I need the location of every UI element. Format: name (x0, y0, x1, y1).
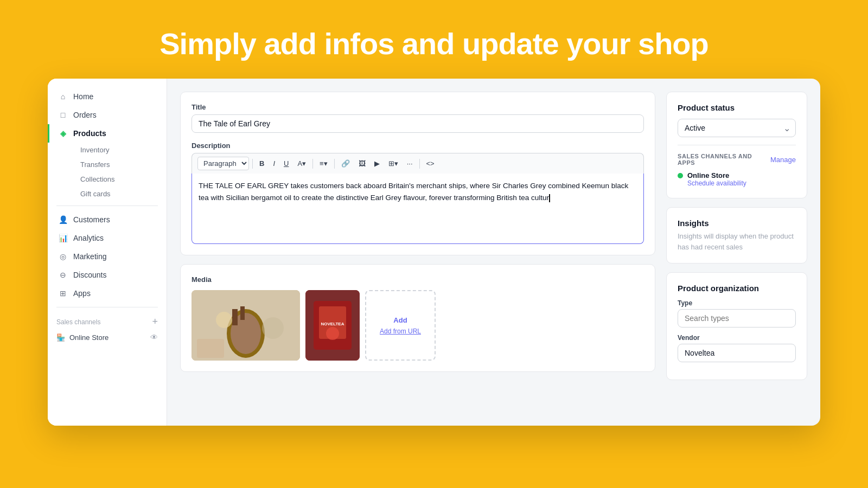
analytics-icon: 📊 (58, 233, 68, 243)
sidebar-item-collections[interactable]: Collections (72, 172, 167, 187)
media-image-main[interactable] (192, 290, 300, 361)
left-column: Title Description Paragraph Heading 1 He… (180, 92, 655, 413)
sidebar-products-label: Products (73, 129, 106, 138)
svg-rect-4 (240, 306, 245, 320)
code-button[interactable]: <> (423, 157, 438, 170)
title-label: Title (192, 103, 644, 111)
status-select-wrapper: Active Draft Archived (678, 119, 796, 137)
sidebar-item-customers[interactable]: 👤 Customers (48, 210, 167, 229)
align-button[interactable]: ≡▾ (316, 157, 331, 170)
sidebar: ⌂ Home □ Orders ◈ Products Inventory Tra… (48, 79, 167, 426)
svg-rect-7 (197, 339, 224, 358)
hero-section: Simply add infos and update your shop (0, 0, 868, 79)
schedule-availability-link[interactable]: Schedule availability (687, 179, 746, 187)
media-add-area[interactable]: Add Add from URL (365, 290, 436, 361)
sidebar-discounts-label: Discounts (73, 271, 106, 279)
media-label: Media (192, 275, 644, 284)
italic-button[interactable]: I (270, 157, 278, 170)
sidebar-item-transfers[interactable]: Transfers (72, 157, 167, 172)
media-image-thumb[interactable]: NOVELTEA (305, 290, 360, 361)
marketing-icon: ◎ (58, 252, 68, 261)
product-status-title: Product status (678, 103, 796, 112)
vendor-input[interactable] (678, 344, 796, 362)
manage-button[interactable]: Manage (770, 156, 796, 164)
svg-point-6 (262, 317, 284, 339)
app-window: ⌂ Home □ Orders ◈ Products Inventory Tra… (48, 79, 820, 426)
sidebar-nav-section: ⌂ Home □ Orders ◈ Products Inventory Tra… (48, 87, 167, 303)
sidebar-item-products[interactable]: ◈ Products (48, 124, 167, 143)
table-button[interactable]: ⊞▾ (385, 157, 401, 170)
insights-card: Insights Insights will display when the … (666, 207, 807, 264)
customers-icon: 👤 (58, 215, 68, 224)
sidebar-products-sub: Inventory Transfers Collections Gift car… (48, 143, 167, 201)
insights-description: Insights will display when the product h… (678, 231, 796, 252)
link-button[interactable]: 🔗 (338, 157, 353, 170)
sidebar-customers-label: Customers (73, 215, 110, 224)
product-status-card: Product status Active Draft Archived SAL… (666, 92, 807, 198)
product-title-input[interactable] (192, 114, 644, 133)
video-button[interactable]: ▶ (371, 157, 383, 170)
apps-icon: ⊞ (58, 288, 68, 298)
discounts-icon: ⊖ (58, 270, 68, 280)
underline-button[interactable]: U (280, 157, 292, 170)
sidebar-analytics-label: Analytics (73, 234, 104, 242)
product-org-card: Product organization Type Vendor (666, 272, 807, 380)
add-media-button[interactable]: Add (393, 316, 407, 324)
description-text: THE TALE OF EARL GREY takes customers ba… (199, 182, 628, 202)
sidebar-apps-label: Apps (73, 289, 91, 298)
sidebar-item-marketing[interactable]: ◎ Marketing (48, 247, 167, 266)
description-editor[interactable]: THE TALE OF EARL GREY takes customers ba… (192, 174, 644, 244)
type-label: Type (678, 299, 796, 307)
sidebar-item-discounts[interactable]: ⊖ Discounts (48, 266, 167, 284)
text-color-button[interactable]: A▾ (294, 157, 309, 170)
vendor-label: Vendor (678, 334, 796, 342)
sidebar-item-inventory[interactable]: Inventory (72, 143, 167, 157)
eye-icon: 👁 (150, 333, 158, 342)
sidebar-marketing-label: Marketing (73, 252, 106, 261)
sidebar-sales-channels-section: Sales channels + (48, 312, 167, 330)
sidebar-home-label: Home (73, 92, 93, 101)
status-select[interactable]: Active Draft Archived (678, 119, 796, 137)
svg-text:NOVELTEA: NOVELTEA (321, 322, 344, 326)
editor-toolbar: Paragraph Heading 1 Heading 2 B I U A▾ ≡… (192, 153, 644, 174)
products-icon: ◈ (58, 129, 68, 138)
sidebar-item-online-store[interactable]: 🏪 Online Store 👁 (48, 330, 167, 345)
sidebar-divider-2 (56, 307, 158, 307)
sidebar-item-orders[interactable]: □ Orders (48, 106, 167, 124)
bold-button[interactable]: B (256, 157, 267, 170)
paragraph-select[interactable]: Paragraph Heading 1 Heading 2 (197, 157, 249, 170)
sidebar-divider-1 (56, 206, 158, 206)
image-button[interactable]: 🖼 (355, 157, 369, 170)
sidebar-item-gift-cards[interactable]: Gift cards (72, 187, 167, 201)
active-dot (678, 173, 683, 178)
status-divider (678, 145, 796, 145)
vendor-field-group: Vendor (678, 334, 796, 362)
product-org-title: Product organization (678, 284, 796, 293)
text-cursor (549, 194, 550, 202)
svg-point-5 (216, 312, 232, 328)
hero-title: Simply add infos and update your shop (0, 26, 868, 61)
sidebar-item-home[interactable]: ⌂ Home (48, 87, 167, 106)
media-main-svg (192, 290, 300, 361)
sidebar-item-apps[interactable]: ⊞ Apps (48, 284, 167, 303)
add-from-url-button[interactable]: Add from URL (380, 328, 421, 335)
main-content: Title Description Paragraph Heading 1 He… (167, 79, 820, 426)
right-column: Product status Active Draft Archived SAL… (666, 92, 807, 413)
add-sales-channel-button[interactable]: + (152, 316, 158, 328)
description-label: Description (192, 142, 644, 150)
type-input[interactable] (678, 309, 796, 328)
type-field-group: Type (678, 299, 796, 328)
sales-channels-header: SALES CHANNELS AND APPS Manage (678, 153, 796, 166)
insights-title: Insights (678, 219, 796, 228)
online-store-channel: Online Store Schedule availability (678, 171, 796, 187)
media-grid: NOVELTEA Add Add from URL (192, 290, 644, 361)
media-card: Media (180, 264, 655, 372)
svg-rect-3 (232, 309, 238, 325)
more-button[interactable]: ··· (404, 157, 416, 170)
sidebar-item-analytics[interactable]: 📊 Analytics (48, 229, 167, 247)
sidebar-orders-label: Orders (73, 111, 97, 119)
store-icon: 🏪 (56, 333, 65, 342)
channel-name: Online Store (687, 171, 746, 179)
orders-icon: □ (58, 110, 68, 120)
product-details-card: Title Description Paragraph Heading 1 He… (180, 92, 655, 255)
